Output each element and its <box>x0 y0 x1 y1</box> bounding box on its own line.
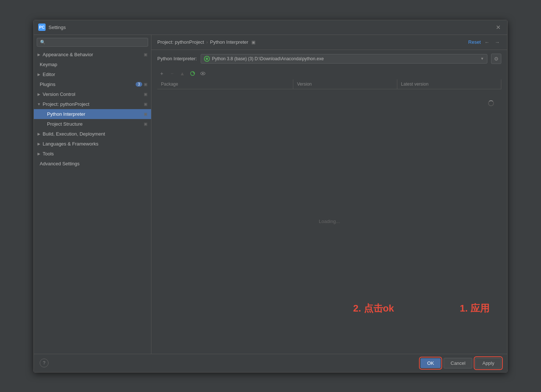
up-button[interactable]: ▲ <box>178 69 187 78</box>
sidebar-item-keymap[interactable]: Keymap <box>34 60 151 69</box>
spinner-icon <box>488 100 494 106</box>
search-box[interactable] <box>37 38 148 47</box>
cancel-button[interactable]: Cancel <box>444 358 472 368</box>
sidebar-item-version-control[interactable]: ▶ Version Control ▣ <box>34 89 151 99</box>
sidebar-item-label: Python Interpreter <box>47 111 85 117</box>
sidebar-item-languages[interactable]: ▶ Languages & Frameworks <box>34 139 151 149</box>
arrow-icon: ▶ <box>37 151 41 156</box>
interpreter-settings-button[interactable]: ⚙ <box>491 54 501 64</box>
dialog-title: Settings <box>49 25 494 30</box>
column-version: Version <box>293 79 397 89</box>
forward-button[interactable]: → <box>493 39 501 46</box>
interpreter-label: Python Interpreter: <box>157 56 197 61</box>
sidebar-item-python-interpreter[interactable]: Python Interpreter ▣ <box>34 109 151 119</box>
sidebar-item-build[interactable]: ▶ Build, Execution, Deployment <box>34 129 151 139</box>
arrow-icon: ▶ <box>37 72 41 76</box>
panel-icon: ▣ <box>144 52 147 57</box>
table-header: Package Version Latest version <box>157 79 501 89</box>
back-button[interactable]: ← <box>483 39 491 46</box>
eye-button[interactable] <box>198 69 207 78</box>
sidebar-item-label: Version Control <box>43 91 75 97</box>
ok-button[interactable]: OK <box>420 358 441 368</box>
breadcrumb-separator: › <box>206 39 208 45</box>
reset-button[interactable]: Reset <box>468 39 481 45</box>
help-button[interactable]: ? <box>40 359 49 367</box>
breadcrumb-project: Project: pythonProject <box>157 39 204 45</box>
packages-table: Package Version Latest version Loading..… <box>157 79 501 354</box>
apply-button[interactable]: Apply <box>475 358 501 368</box>
arrow-icon: ▶ <box>37 132 41 136</box>
arrow-icon: ▼ <box>37 102 41 106</box>
svg-point-3 <box>202 73 204 74</box>
reload-button[interactable] <box>188 69 197 78</box>
package-toolbar: + − ▲ <box>151 68 507 79</box>
sidebar-item-project[interactable]: ▼ Project: pythonProject ▣ <box>34 99 151 109</box>
sidebar-item-label: Languages & Frameworks <box>43 141 98 147</box>
add-package-button[interactable]: + <box>157 69 166 78</box>
plugins-badge: 3 ▣ <box>136 82 147 87</box>
title-bar: PC Settings ✕ <box>34 20 507 35</box>
panel-icon: ▣ <box>144 122 147 126</box>
sidebar-item-label: Keymap <box>40 62 57 67</box>
badge-count: 3 <box>136 82 142 87</box>
column-latest: Latest version <box>397 79 501 89</box>
sidebar-item-label: Build, Execution, Deployment <box>43 131 105 137</box>
panel-actions: Reset ← → <box>468 39 501 46</box>
interpreter-dropdown[interactable]: Python 3.8 (base) (3) D:\Download\Anacon… <box>201 54 487 64</box>
breadcrumb: Project: pythonProject › Python Interpre… <box>157 39 468 45</box>
interpreter-icon-inner <box>206 58 208 60</box>
sidebar-item-label: Plugins <box>40 82 55 87</box>
remove-package-button[interactable]: − <box>168 69 176 78</box>
arrow-icon: ▶ <box>37 141 41 146</box>
column-package: Package <box>157 79 293 89</box>
panel-icon: ▣ <box>144 112 147 116</box>
sidebar-item-plugins[interactable]: Plugins 3 ▣ <box>34 79 151 89</box>
table-body: Loading... <box>157 89 501 354</box>
interpreter-value: Python 3.8 (base) (3) D:\Download\Anacon… <box>212 56 478 61</box>
sidebar-item-label: Editor <box>43 72 55 77</box>
interpreter-status-icon <box>204 56 210 62</box>
panel-icon: ▣ <box>144 92 147 97</box>
sidebar-item-appearance[interactable]: ▶ Appearance & Behavior ▣ <box>34 50 151 60</box>
sidebar: ▶ Appearance & Behavior ▣ Keymap ▶ Edito… <box>34 35 151 354</box>
breadcrumb-current: Python Interpreter <box>210 39 248 45</box>
panel-icon: ▣ <box>144 82 147 87</box>
settings-dialog: PC Settings ✕ ▶ Appearance & Behavior ▣ … <box>33 20 508 373</box>
sidebar-item-project-structure[interactable]: Project Structure ▣ <box>34 119 151 129</box>
main-content: ▶ Appearance & Behavior ▣ Keymap ▶ Edito… <box>34 35 507 354</box>
panel-icon: ▣ <box>144 102 147 107</box>
grid-icon: ▣ <box>251 39 257 45</box>
loading-spinner <box>488 100 494 106</box>
panel-header: Project: pythonProject › Python Interpre… <box>151 35 507 50</box>
sidebar-item-editor[interactable]: ▶ Editor <box>34 69 151 79</box>
loading-text: Loading... <box>319 219 340 224</box>
chevron-down-icon: ▼ <box>480 57 484 61</box>
bottom-bar: ? OK Cancel Apply <box>34 354 507 372</box>
sidebar-item-label: Advanced Settings <box>40 161 79 166</box>
sidebar-item-label: Project Structure <box>47 121 83 127</box>
sidebar-item-tools[interactable]: ▶ Tools <box>34 149 151 159</box>
arrow-icon: ▶ <box>37 92 41 96</box>
interpreter-row: Python Interpreter: Python 3.8 (base) (3… <box>151 50 507 68</box>
close-button[interactable]: ✕ <box>494 23 503 32</box>
sidebar-item-label: Tools <box>43 151 54 157</box>
sidebar-item-advanced[interactable]: Advanced Settings <box>34 159 151 169</box>
app-icon: PC <box>38 24 46 31</box>
sidebar-item-label: Appearance & Behavior <box>43 52 93 57</box>
arrow-icon: ▶ <box>37 52 41 57</box>
search-input[interactable] <box>40 40 145 45</box>
right-panel: Project: pythonProject › Python Interpre… <box>151 35 507 354</box>
sidebar-item-label: Project: pythonProject <box>43 101 89 107</box>
